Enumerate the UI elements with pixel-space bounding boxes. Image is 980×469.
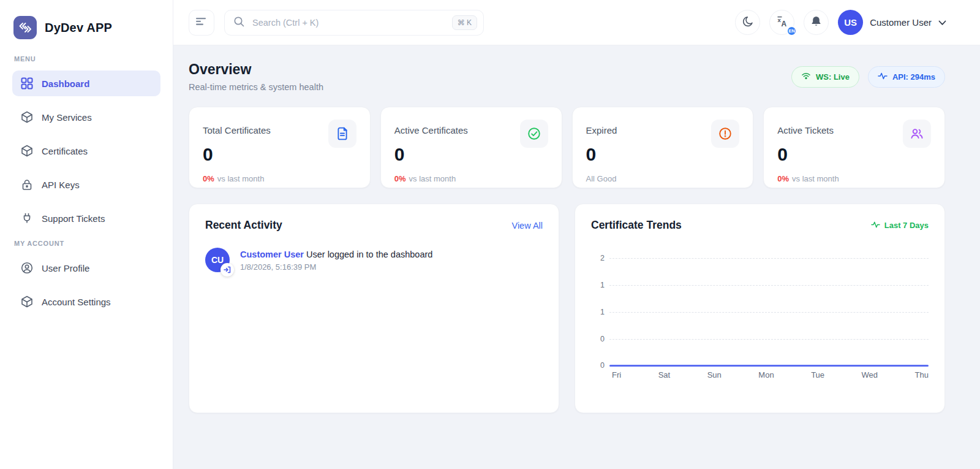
topbar-actions: x A EN US Customer User <box>735 10 946 35</box>
translate-icon: x A <box>776 15 788 30</box>
dark-mode-toggle[interactable] <box>735 10 760 35</box>
page-title: Overview <box>189 61 323 78</box>
ws-status-label: WS: Live <box>816 72 850 82</box>
x-axis-labels: Fri Sat Sun Mon Tue Wed Thu <box>612 370 929 379</box>
sidebar-item-my-services[interactable]: My Services <box>12 104 160 130</box>
sidebar: DyDev APP MENU Dashboard My Services <box>0 0 173 469</box>
stat-note: vs last month <box>409 174 456 183</box>
api-latency-badge: API: 294ms <box>868 66 945 88</box>
recent-activity-panel: Recent Activity View All CU <box>189 204 559 413</box>
cube-icon <box>21 296 33 308</box>
stat-label: Active Certificates <box>394 120 468 135</box>
svg-text:A: A <box>781 19 786 28</box>
user-circle-icon <box>21 262 33 274</box>
sidebar-item-label: Dashboard <box>42 78 89 89</box>
stat-note: vs last month <box>792 174 839 183</box>
language-switcher[interactable]: x A EN <box>769 10 794 35</box>
users-icon <box>903 120 931 148</box>
sidebar-item-api-keys[interactable]: API Keys <box>12 172 160 197</box>
plug-icon <box>21 212 33 224</box>
sidebar-item-user-profile[interactable]: User Profile <box>12 255 160 281</box>
gridline <box>609 312 929 313</box>
stat-card-active-certificates: Active Certificates 0 0%vs last month <box>380 107 562 188</box>
view-all-link[interactable]: View All <box>511 221 543 231</box>
certificate-trends-title: Certificate Trends <box>591 219 682 232</box>
chart-range-label: Last 7 Days <box>871 221 929 231</box>
y-axis-tick: 1 <box>591 281 605 289</box>
stat-card-total-certificates: Total Certificates 0 0%vs last month <box>189 107 371 188</box>
sidebar-item-label: User Profile <box>42 263 89 273</box>
avatar: US <box>838 10 863 35</box>
sidebar-item-label: My Services <box>42 112 92 123</box>
cube-icon <box>21 111 33 123</box>
sidebar-item-label: Certificates <box>42 146 88 156</box>
activity-timestamp: 1/8/2026, 5:16:39 PM <box>240 262 432 272</box>
gridline <box>609 258 929 259</box>
login-arrow-icon <box>221 263 234 276</box>
x-axis-tick: Sat <box>658 370 671 379</box>
stats-row: Total Certificates 0 0%vs last month Act… <box>189 107 945 188</box>
alert-circle-icon <box>711 120 739 148</box>
check-circle-icon <box>520 120 548 148</box>
status-badges: WS: Live API: 294ms <box>791 66 945 88</box>
sidebar-item-dashboard[interactable]: Dashboard <box>12 71 160 96</box>
user-menu[interactable]: US Customer User <box>838 10 946 35</box>
search-shortcut-badge: ⌘ K <box>452 15 477 30</box>
notifications-button[interactable] <box>804 10 829 35</box>
sidebar-item-account-settings[interactable]: Account Settings <box>12 289 160 315</box>
pulse-icon <box>871 221 880 231</box>
gridline <box>609 285 929 286</box>
y-axis-tick: 1 <box>591 308 605 316</box>
stat-card-expired: Expired 0 All Good <box>572 107 754 188</box>
x-axis-tick: Thu <box>915 370 929 379</box>
language-badge: EN <box>786 26 797 36</box>
grid-icon <box>21 77 33 90</box>
sidebar-item-certificates[interactable]: Certificates <box>12 138 160 164</box>
stat-label: Expired <box>586 120 617 135</box>
topbar: ⌘ K x A EN <box>173 0 980 45</box>
gridline <box>609 339 929 340</box>
user-name: Customer User <box>870 17 932 28</box>
y-axis-tick: 0 <box>591 335 605 343</box>
activity-actor[interactable]: Customer User <box>240 250 304 259</box>
recent-activity-title: Recent Activity <box>205 219 282 232</box>
activity-list-item: CU Customer User User logged in to the d… <box>205 248 543 272</box>
certificate-trends-panel: Certificate Trends Last 7 Days 2 <box>575 204 945 413</box>
sidebar-item-label: Support Tickets <box>42 213 105 224</box>
activity-action: User logged in to the dashboard <box>306 250 432 259</box>
chevron-down-icon <box>938 17 946 28</box>
search-icon <box>233 15 245 30</box>
stat-label: Active Tickets <box>777 120 834 135</box>
sidebar-item-support-tickets[interactable]: Support Tickets <box>12 205 160 231</box>
search-input[interactable] <box>251 17 446 28</box>
search-box: ⌘ K <box>224 10 484 36</box>
x-axis-tick: Wed <box>862 370 878 379</box>
trend-series-line <box>609 365 929 367</box>
lock-icon <box>21 178 33 191</box>
app-root: DyDev APP MENU Dashboard My Services <box>0 0 980 469</box>
sidebar-toggle-button[interactable] <box>189 10 214 36</box>
ws-status-badge: WS: Live <box>791 66 859 88</box>
sidebar-section-my-account: MY ACCOUNT <box>14 240 160 247</box>
stat-card-active-tickets: Active Tickets 0 0%vs last month <box>763 107 945 188</box>
y-axis-tick: 2 <box>591 254 605 262</box>
stat-delta: 0% <box>394 174 406 183</box>
moon-icon <box>742 15 754 30</box>
api-latency-label: API: 294ms <box>892 72 935 82</box>
bell-icon <box>810 15 822 30</box>
y-axis-tick: 0 <box>591 361 605 370</box>
pulse-icon <box>878 72 888 82</box>
sidebar-item-label: Account Settings <box>42 297 111 307</box>
x-axis-tick: Sun <box>707 370 722 379</box>
trend-chart: 2 1 1 0 0 <box>591 254 929 363</box>
stat-delta: 0% <box>203 174 214 183</box>
app-title: DyDev APP <box>45 21 112 35</box>
sidebar-item-label: API Keys <box>42 180 80 190</box>
hamburger-icon <box>196 17 207 28</box>
stat-note: vs last month <box>217 174 265 183</box>
x-axis-tick: Mon <box>758 370 774 379</box>
app-logo: DyDev APP <box>12 16 160 39</box>
stat-delta: 0% <box>777 174 789 183</box>
chart-range-text: Last 7 Days <box>884 221 929 230</box>
logo-double-chevrons-icon <box>13 16 37 39</box>
